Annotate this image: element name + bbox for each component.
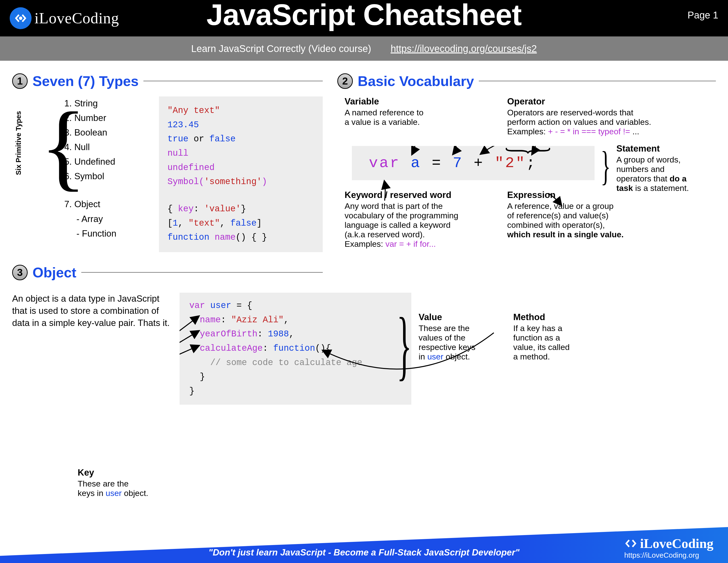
section-3-header: 3 Object (12, 264, 323, 280)
value-block: Value These are the values of the respec… (419, 312, 499, 405)
brace-icon: } (397, 300, 412, 389)
brand-name: iLoveCoding (34, 9, 119, 27)
page-number: Page 1 (687, 10, 718, 21)
expression-desc: A reference, value or a group (507, 201, 653, 211)
badge-3: 3 (12, 265, 28, 280)
badge-2: 2 (337, 73, 353, 89)
object-code: var user = { name: "Aziz Ali", yearOfBir… (180, 293, 411, 405)
course-link[interactable]: https://ilovecoding.org/courses/js2 (391, 43, 537, 54)
statement-desc: A group of words, numbers and operators … (616, 155, 694, 193)
code-heart-icon (14, 11, 27, 25)
variable-desc: a value is a variable. (345, 117, 490, 127)
section-1-title: Seven (7) Types (33, 73, 139, 89)
operator-title: Operator (507, 96, 684, 107)
section-2-title: Basic Vocabulary (358, 73, 474, 89)
footer: "Don't just learn JavaScript - Become a … (0, 527, 728, 563)
variable-block: Variable A named reference to a value is… (345, 96, 490, 136)
expression-desc: which result in a single value. (507, 230, 653, 239)
vocab-code-wrap: var a = 7 + "2"; } } Statement A group o… (337, 146, 716, 180)
keyword-desc: (a.k.a reserved word). (345, 230, 490, 239)
key-title: Key (78, 468, 175, 478)
types-block: Six Primitive Types { 1. String 2. Numbe… (17, 96, 323, 252)
keyword-desc: language is called a keyword (345, 220, 490, 230)
footer-quote: "Don't just learn JavaScript - Become a … (208, 547, 520, 558)
brace-icon: } (500, 146, 562, 155)
expression-block: Expression A reference, value or a group… (507, 190, 653, 249)
divider (143, 81, 323, 81)
operator-desc: Operators are reserved-words that (507, 108, 684, 117)
footer-url[interactable]: https://iLoveCoding.org (624, 551, 713, 559)
variable-title: Variable (345, 96, 490, 107)
method-title: Method (513, 312, 593, 322)
method-block: Method If a key has a function as a valu… (513, 312, 593, 405)
operator-desc: perform action on values and variables. (507, 117, 684, 127)
section-1-header: 1 Seven (7) Types (12, 73, 323, 89)
statement-title: Statement (616, 143, 694, 154)
footer-brand: iLoveCoding (640, 536, 713, 551)
object-row: An object is a data type in JavaScript t… (12, 293, 716, 405)
section-3-title: Object (33, 264, 76, 280)
page-title: JavaScript Cheatsheet (207, 0, 521, 32)
value-title: Value (419, 312, 499, 322)
section-2-header: 2 Basic Vocabulary (337, 73, 716, 89)
subheader: Learn JavaScript Correctly (Video course… (0, 36, 728, 61)
vocab-top: Variable A named reference to a value is… (345, 96, 716, 136)
footer-logo: iLoveCoding https://iLoveCoding.org (624, 536, 713, 559)
primitive-types-label: Six Primitive Types (15, 111, 23, 175)
expression-desc: combined with operator(s), (507, 220, 653, 230)
vocab-bottom: Keyword / reserved word Any word that is… (345, 190, 716, 249)
keyword-title: Keyword / reserved word (345, 190, 490, 200)
type-function: - Function (76, 226, 159, 241)
logo-icon (10, 7, 32, 29)
divider (479, 81, 716, 81)
object-right: Value These are the values of the respec… (419, 312, 593, 405)
logo: iLoveCoding (10, 7, 119, 29)
key-block: Key These are the keys in user object. (78, 468, 175, 498)
variable-desc: A named reference to (345, 108, 490, 117)
types-code: "Any text" 123.45 true or false null und… (159, 96, 323, 252)
brace-icon: } (601, 142, 611, 190)
header: iLoveCoding JavaScript Cheatsheet Page 1 (0, 0, 728, 36)
operator-examples: Examples: + - = * in === typeof != ... (507, 127, 684, 136)
expression-desc: of reference(s) and value(s) (507, 211, 653, 220)
keyword-examples: Examples: var = + if for... (345, 239, 490, 249)
object-code-wrap: var user = { name: "Aziz Ali", yearOfBir… (180, 293, 411, 405)
type-array: - Array (76, 212, 159, 226)
code-icon (624, 537, 637, 550)
keyword-desc: Any word that is part of the (345, 201, 490, 211)
operator-block: Operator Operators are reserved-words th… (507, 96, 684, 136)
subtitle: Learn JavaScript Correctly (Video course… (191, 43, 371, 54)
badge-1: 1 (12, 73, 28, 89)
object-desc: An object is a data type in JavaScript t… (12, 293, 172, 405)
divider (81, 272, 323, 273)
svg-point-0 (19, 17, 22, 20)
keyword-block: Keyword / reserved word Any word that is… (345, 190, 490, 249)
keyword-desc: vocabulary of the programming (345, 211, 490, 220)
statement-block: Statement A group of words, numbers and … (616, 143, 694, 193)
content: 1 Seven (7) Types Six Primitive Types { … (0, 61, 728, 527)
